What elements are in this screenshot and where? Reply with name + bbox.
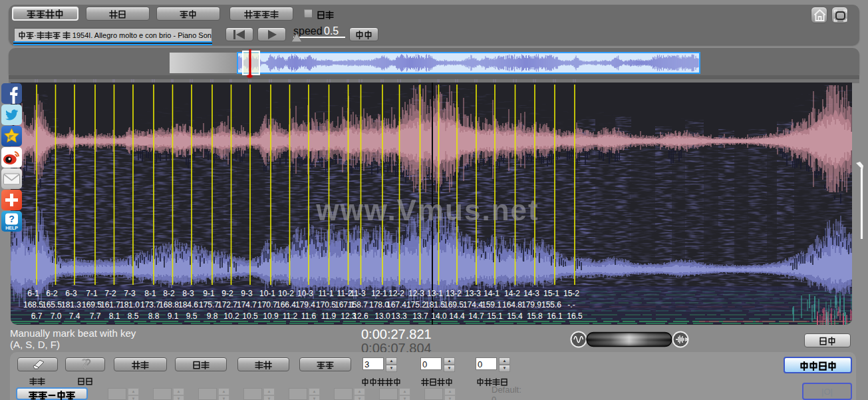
svg-text:11.9: 11.9 — [321, 311, 337, 321]
svg-text:10.2: 10.2 — [223, 311, 239, 321]
svg-text:HELP: HELP — [5, 226, 18, 230]
svg-text:12-2: 12-2 — [388, 289, 404, 298]
svg-text:-.-: -.- — [567, 300, 575, 309]
svg-text:168.8: 168.8 — [159, 300, 179, 309]
svg-text:9-3: 9-3 — [241, 289, 253, 298]
svg-text:13.0: 13.0 — [374, 311, 390, 321]
svg-text:11-3: 11-3 — [350, 289, 365, 298]
svg-text:15.8: 15.8 — [527, 311, 543, 321]
svg-text:11.6: 11.6 — [301, 311, 317, 321]
svg-text:7-2: 7-2 — [104, 289, 116, 298]
svg-text:?: ? — [9, 214, 15, 224]
svg-text:16.5: 16.5 — [567, 311, 583, 321]
svg-text:8.5: 8.5 — [128, 311, 139, 321]
svg-text:165.5: 165.5 — [42, 300, 62, 309]
svg-text:11-1: 11-1 — [318, 289, 333, 298]
svg-text:10-2: 10-2 — [278, 289, 294, 298]
svg-text:13.7: 13.7 — [412, 311, 428, 321]
svg-text:9.1: 9.1 — [168, 311, 179, 321]
svg-text:14.0: 14.0 — [431, 311, 447, 321]
svg-text:167.4: 167.4 — [386, 300, 406, 309]
svg-text:164.8: 164.8 — [502, 300, 522, 309]
svg-text:6.7: 6.7 — [31, 311, 43, 321]
svg-text:7-3: 7-3 — [124, 289, 136, 298]
svg-text:10-1: 10-1 — [259, 289, 275, 298]
svg-text:6-2: 6-2 — [46, 289, 58, 298]
svg-text:14.7: 14.7 — [468, 311, 484, 321]
svg-text:159.1: 159.1 — [482, 300, 502, 309]
svg-text:172.7: 172.7 — [217, 300, 237, 309]
svg-text:9.5: 9.5 — [186, 311, 198, 321]
svg-text:6-1: 6-1 — [27, 289, 39, 298]
svg-text:7-1: 7-1 — [86, 289, 98, 298]
svg-text:7.4: 7.4 — [69, 311, 80, 321]
svg-text:13-1: 13-1 — [427, 289, 443, 298]
svg-text:181.5: 181.5 — [425, 300, 445, 309]
svg-text:155.6: 155.6 — [541, 300, 561, 309]
svg-text:15-1: 15-1 — [543, 289, 559, 298]
svg-text:169.5: 169.5 — [444, 300, 464, 309]
svg-text:170.5: 170.5 — [316, 300, 336, 309]
svg-text:166.4: 166.4 — [276, 300, 296, 309]
svg-text:14.4: 14.4 — [449, 311, 465, 321]
svg-text:161.7: 161.7 — [100, 300, 120, 309]
svg-text:168.5: 168.5 — [23, 300, 43, 309]
svg-text:175.7: 175.7 — [199, 300, 219, 309]
svg-text:174.4: 174.4 — [463, 300, 483, 309]
svg-text:169.5: 169.5 — [82, 300, 102, 309]
svg-text:12-3: 12-3 — [408, 289, 424, 298]
svg-text:181.0: 181.0 — [120, 300, 140, 309]
svg-text:184.6: 184.6 — [178, 300, 198, 309]
svg-text:7.7: 7.7 — [90, 311, 101, 321]
svg-text:175.2: 175.2 — [406, 300, 426, 309]
svg-text:www.Vmus.net: www.Vmus.net — [315, 194, 539, 226]
svg-text:15.1: 15.1 — [487, 311, 503, 321]
svg-text:174.7: 174.7 — [237, 300, 257, 309]
svg-text:16.1: 16.1 — [547, 311, 563, 321]
svg-text:14-1: 14-1 — [484, 289, 500, 298]
svg-text:181.3: 181.3 — [61, 300, 81, 309]
svg-text:12-1: 12-1 — [371, 289, 387, 298]
svg-text:10.9: 10.9 — [263, 311, 279, 321]
svg-text:6-3: 6-3 — [65, 289, 77, 298]
svg-text:14-3: 14-3 — [523, 289, 539, 298]
svg-text:13-2: 13-2 — [446, 289, 462, 298]
svg-text:13-3: 13-3 — [465, 289, 481, 298]
svg-text:10.5: 10.5 — [242, 311, 258, 321]
svg-text:15.4: 15.4 — [507, 311, 523, 321]
svg-text:158.7: 158.7 — [348, 300, 368, 309]
svg-text:9.8: 9.8 — [207, 311, 218, 321]
svg-text:179.4: 179.4 — [295, 300, 315, 309]
svg-text:7.0: 7.0 — [51, 311, 62, 321]
svg-text:14-2: 14-2 — [504, 289, 520, 298]
svg-text:170.7: 170.7 — [257, 300, 277, 309]
svg-text:9-1: 9-1 — [203, 289, 215, 298]
svg-text:10-3: 10-3 — [297, 289, 313, 298]
svg-text:8-2: 8-2 — [163, 289, 175, 298]
svg-text:173.7: 173.7 — [140, 300, 160, 309]
svg-text:8.8: 8.8 — [148, 311, 160, 321]
svg-text:12.6: 12.6 — [353, 311, 368, 321]
svg-text:8-1: 8-1 — [144, 289, 156, 298]
svg-text:13.3: 13.3 — [391, 311, 407, 321]
svg-text:8-3: 8-3 — [182, 289, 194, 298]
svg-text:8.1: 8.1 — [109, 311, 120, 321]
svg-text:11.2: 11.2 — [283, 311, 298, 321]
svg-text:9-2: 9-2 — [221, 289, 233, 298]
svg-text:15-2: 15-2 — [563, 289, 579, 298]
svg-text:179.9: 179.9 — [521, 300, 541, 309]
